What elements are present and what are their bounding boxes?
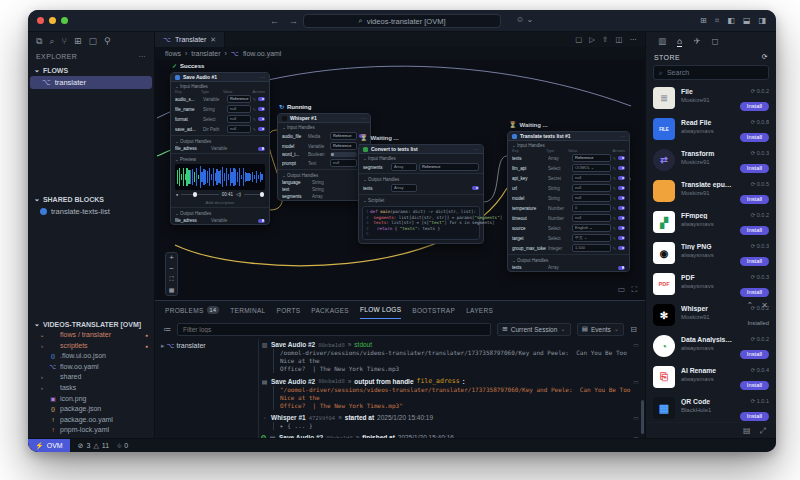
more-actions-icon[interactable]: ⋯ [630, 35, 638, 44]
panel-tab[interactable]: PROBLEMS 14 [165, 301, 219, 319]
search-icon[interactable]: ⌕ [49, 36, 54, 47]
handle-toggle[interactable] [618, 196, 625, 200]
store-item[interactable]: ⇄ Transform Moskize91 ⟳ 0.0.3 Install [646, 146, 776, 177]
file-tree-item[interactable]: › shared [28, 372, 154, 383]
input-handle-row[interactable]: prompt Text null [278, 158, 370, 168]
panel-tab[interactable]: TERMINAL [230, 301, 265, 319]
panel-tab[interactable]: PORTS [277, 301, 301, 319]
log-row[interactable]: ◦ Whisper #1 47299f04 » started at 2025/… [261, 413, 641, 433]
handle-toggle[interactable] [618, 226, 625, 230]
minimize-window-button[interactable] [49, 17, 56, 24]
store-item[interactable]: FILE Read File alwaysmavs ⟳ 0.0.8 Instal… [646, 115, 776, 146]
panel-tab[interactable]: PACKAGES [311, 301, 349, 319]
comment-icon[interactable]: ▭ [633, 378, 639, 385]
store-item[interactable]: ⎘ AI Rename alwaysmavs ⟳ 0.0.4 Install [646, 363, 776, 394]
volume-icon[interactable]: ◁) [236, 192, 241, 197]
maximize-panel-icon[interactable]: ⌃ [747, 301, 754, 310]
breadcrumb-file[interactable]: flow.oo.yaml [243, 50, 282, 57]
panel-tab[interactable]: BOOTSTRAP [412, 301, 455, 319]
output-handle-row[interactable]: language String [278, 179, 370, 186]
file-tree-item[interactable]: › scriptlets ● [28, 341, 154, 352]
file-tree-item[interactable]: {} .flow.ui.oo.json [28, 351, 154, 362]
edit-icon[interactable]: ✎ [253, 97, 256, 102]
handle-toggle[interactable] [618, 166, 625, 170]
install-button[interactable]: Install [740, 381, 769, 390]
seek-slider[interactable] [181, 194, 219, 196]
extensions-icon[interactable]: ⊞ [74, 36, 82, 47]
store-item[interactable]: ≣ File Moskize91 ⟳ 0.0.2 Install [646, 84, 776, 115]
install-button[interactable]: Install [740, 226, 769, 235]
split-editor-icon[interactable]: ◫ [615, 35, 622, 44]
handle-toggle[interactable] [618, 176, 625, 180]
audio-player[interactable]: ⏸ 00:41 ◁) [171, 191, 269, 198]
panel-scrollbar[interactable] [641, 400, 644, 434]
node-more-icon[interactable]: ⋯ [620, 133, 625, 139]
input-handle-row[interactable]: audio_file Media Reference [278, 131, 370, 141]
pause-icon[interactable]: ⏸ [176, 192, 178, 197]
file-tree-item[interactable]: ! package.oo.yaml [28, 415, 154, 426]
fit-view-button[interactable]: ⛶ [169, 274, 173, 285]
input-handle-row[interactable]: group_max_tokens Integer 1,500 ✎ [508, 243, 629, 253]
store-search-input[interactable]: ⌕ Search [653, 65, 769, 80]
handle-toggle[interactable] [472, 186, 479, 190]
handle-toggle[interactable] [258, 117, 265, 121]
fullscreen-icon[interactable]: ⛶ [631, 285, 637, 295]
handle-toggle[interactable] [258, 127, 265, 131]
edit-icon[interactable]: ✎ [613, 156, 616, 161]
flow-canvas[interactable]: ✓ Success Save Audio #1 ⋯ ⌄ Input Handle… [155, 60, 645, 300]
install-button[interactable]: Install [740, 257, 769, 266]
history-back-icon[interactable]: ← [270, 16, 279, 26]
volume-slider[interactable] [244, 194, 264, 196]
grid-layout-icon[interactable]: ⌗ [715, 16, 720, 26]
close-window-button[interactable] [37, 17, 44, 24]
maximize-window-button[interactable] [61, 17, 68, 24]
history-forward-icon[interactable]: → [289, 16, 298, 26]
flows-section-header[interactable]: ⌄ FLOWS [28, 64, 154, 76]
comment-icon[interactable]: ▭ [633, 414, 639, 421]
handle-toggle[interactable] [618, 216, 625, 220]
panel-tab[interactable]: LAYERS [466, 301, 493, 319]
scriptlet-code[interactable]: 1def main(params: dict) -> dict[str, lis… [362, 206, 480, 240]
session-select[interactable]: ⊞ Current Session ⌄ [497, 323, 571, 336]
output-handle-row[interactable]: text String [278, 186, 370, 193]
run-flow-icon[interactable]: ▷ [589, 35, 595, 44]
input-handle-row[interactable]: save_ad... Dir Path null ✎ [171, 124, 269, 134]
handle-toggle[interactable] [258, 107, 265, 111]
handle-toggle[interactable] [618, 186, 625, 190]
handle-toggle[interactable] [618, 246, 625, 250]
log-tree-item[interactable]: translater [177, 342, 206, 349]
store-item[interactable]: PDF PDF alwaysmavs ⟳ 0.0.3 Install [646, 270, 776, 301]
deploy-icon[interactable]: ✈ [693, 36, 700, 46]
input-handle-row[interactable]: format Select null ✎ [171, 114, 269, 124]
input-handle-row[interactable]: timeout Number null ✎ [508, 213, 629, 223]
edit-icon[interactable]: ✎ [613, 216, 616, 221]
comment-icon[interactable]: ▭ [633, 341, 639, 348]
input-handle-row[interactable]: target Select 中文 ⌄ ✎ [508, 233, 629, 243]
input-handle-row[interactable]: texts Array Reference ✎ [508, 153, 629, 163]
output-handle-row[interactable]: file_adress Variable [171, 217, 269, 224]
window-icon[interactable]: ▢ [88, 36, 97, 47]
store-item[interactable]: Translate epub side by ... Moskize91 ⟳ 0… [646, 177, 776, 208]
log-row[interactable]: ▤ Save Audio #2 80eba1d8 » finished at 2… [261, 433, 641, 438]
output-handle-row[interactable]: file_adress Variable [171, 145, 269, 152]
edit-icon[interactable]: ✎ [613, 166, 616, 171]
handle-toggle[interactable] [258, 147, 265, 151]
store-item[interactable]: ▞ FFmpeg alwaysmavs ⟳ 0.0.2 Install [646, 208, 776, 239]
node-more-icon[interactable]: ⋯ [260, 74, 265, 80]
output-handle-row[interactable]: texts Array [508, 264, 629, 271]
problems-status[interactable]: ⊘ 3 △ 11 [78, 442, 109, 450]
refresh-icon[interactable]: ⟳ [762, 53, 768, 61]
toggle-sidebar-icon[interactable]: ◧ [727, 16, 735, 26]
handle-toggle[interactable] [618, 206, 625, 210]
close-tab-icon[interactable]: ✕ [210, 36, 216, 44]
install-button[interactable]: Install [740, 102, 769, 111]
project-section-header[interactable]: ⌄ VIDEOS-TRANSLATER [OVM] [28, 318, 154, 330]
breadcrumb-flows[interactable]: flows [165, 50, 181, 57]
open-external-icon[interactable]: ⤢ [760, 426, 766, 436]
input-handle-row[interactable]: file_name String null ✎ [171, 104, 269, 114]
handle-toggle[interactable] [618, 236, 625, 240]
output-handle-row[interactable]: segments Array [278, 193, 370, 200]
more-actions-icon[interactable]: ⋯ [139, 53, 146, 61]
install-button[interactable]: Install [740, 195, 769, 204]
handle-toggle[interactable] [618, 156, 625, 160]
